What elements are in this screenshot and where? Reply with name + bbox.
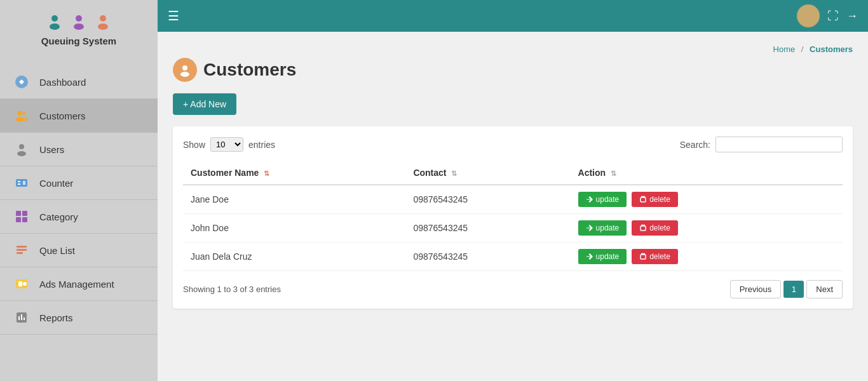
logout-icon[interactable]: →: [846, 10, 858, 23]
page-title: Customers: [203, 60, 296, 80]
update-button-2[interactable]: update: [578, 249, 627, 264]
breadcrumb-current: Customers: [810, 44, 853, 54]
svg-point-2: [76, 15, 82, 22]
svg-point-31: [805, 10, 811, 17]
entries-select[interactable]: 10 25 50 100: [210, 137, 243, 152]
svg-rect-25: [18, 281, 22, 286]
table-card: Show 10 25 50 100 entries Search:: [173, 126, 853, 309]
sidebar-item-counter-label: Counter: [39, 178, 73, 189]
sidebar-item-users[interactable]: Users: [0, 133, 158, 166]
sidebar-item-customers[interactable]: Customers: [0, 99, 158, 133]
pagination-buttons: Previous 1 Next: [730, 280, 843, 298]
svg-rect-22: [17, 249, 27, 251]
sidebar-item-category[interactable]: Category: [0, 200, 158, 234]
update-icon: [586, 224, 593, 232]
sidebar: Queuing System Dashboard Customers Users…: [0, 0, 158, 381]
page-1-button[interactable]: 1: [783, 281, 804, 298]
sort-action-icon[interactable]: ⇅: [611, 170, 616, 177]
svg-rect-18: [22, 211, 27, 216]
delete-button-0[interactable]: delete: [632, 192, 678, 207]
sidebar-brand: Queuing System: [41, 36, 116, 46]
svg-rect-30: [24, 318, 25, 320]
topbar-left: ☰: [168, 8, 179, 23]
cell-action-2: update delete: [571, 243, 843, 271]
breadcrumb: Home / Customers: [173, 44, 853, 54]
svg-rect-39: [641, 226, 646, 231]
svg-rect-21: [17, 246, 27, 248]
avatar-icon: [799, 7, 817, 25]
update-button-1[interactable]: update: [578, 220, 627, 236]
sidebar-item-ads-label: Ads Management: [39, 279, 114, 290]
show-label: Show: [183, 140, 205, 150]
page-content: Home / Customers Customers + Add New Sho…: [158, 32, 868, 381]
hamburger-icon[interactable]: ☰: [168, 8, 179, 23]
breadcrumb-separator: /: [801, 44, 804, 54]
sidebar-item-dashboard[interactable]: Dashboard: [0, 65, 158, 99]
sort-contact-icon[interactable]: ⇅: [451, 170, 457, 177]
sidebar-item-reports[interactable]: Reports: [0, 301, 158, 335]
column-customer-name-label: Customer Name: [191, 168, 259, 178]
add-new-button[interactable]: + Add New: [173, 93, 236, 115]
next-button[interactable]: Next: [806, 280, 843, 298]
sidebar-item-customers-label: Customers: [39, 110, 86, 121]
cell-name-1: John Doe: [183, 214, 405, 243]
svg-point-26: [23, 282, 27, 286]
que-list-icon: [13, 241, 31, 259]
sort-customer-name-icon[interactable]: ⇅: [264, 170, 269, 177]
search-input[interactable]: [715, 137, 843, 152]
svg-rect-15: [18, 184, 20, 185]
svg-point-3: [74, 23, 84, 30]
pagination-area: Showing 1 to 3 of 3 entries Previous 1 N…: [183, 280, 843, 298]
breadcrumb-home-link[interactable]: Home: [773, 44, 796, 54]
delete-icon: [639, 253, 647, 260]
avatar[interactable]: [797, 4, 820, 27]
users-icon: [13, 140, 31, 158]
svg-point-34: [180, 72, 189, 77]
sidebar-item-ads-management[interactable]: Ads Management: [0, 267, 158, 301]
svg-point-33: [182, 65, 187, 70]
svg-rect-19: [16, 217, 21, 222]
customers-table: Customer Name ⇅ Contact ⇅ Action ⇅: [183, 161, 843, 271]
svg-rect-35: [641, 197, 646, 202]
svg-rect-43: [641, 255, 646, 259]
svg-point-4: [100, 15, 106, 22]
dashboard-icon: [13, 73, 31, 91]
showing-text: Showing 1 to 3 of 3 entries: [183, 284, 281, 294]
sidebar-item-users-label: Users: [39, 144, 64, 155]
svg-rect-28: [18, 316, 20, 320]
svg-rect-29: [21, 314, 22, 320]
column-action: Action ⇅: [571, 161, 843, 185]
logo-person-1-icon: [48, 13, 67, 32]
sidebar-item-reports-label: Reports: [39, 312, 73, 323]
svg-point-7: [18, 111, 22, 116]
show-entries-control: Show 10 25 50 100 entries: [183, 137, 275, 152]
sidebar-item-counter[interactable]: Counter: [0, 166, 158, 200]
cell-name-2: Juan Dela Cruz: [183, 243, 405, 271]
svg-point-32: [803, 18, 814, 24]
delete-button-1[interactable]: delete: [632, 220, 678, 236]
svg-rect-16: [23, 181, 25, 185]
logo-icons: [48, 13, 110, 32]
table-row: John Doe 09876543245 update delete: [183, 214, 843, 243]
column-action-label: Action: [578, 168, 606, 178]
svg-rect-17: [16, 211, 21, 216]
cell-action-1: update delete: [571, 214, 843, 243]
update-button-0[interactable]: update: [578, 192, 627, 207]
svg-point-11: [19, 144, 24, 149]
search-area: Search:: [680, 137, 843, 152]
table-controls: Show 10 25 50 100 entries Search:: [183, 137, 843, 152]
main-content: ☰ ⛶ → Home / Customers: [158, 0, 868, 381]
expand-icon[interactable]: ⛶: [827, 10, 839, 23]
table-body: Jane Doe 09876543245 update delete John …: [183, 185, 843, 271]
svg-point-10: [22, 117, 28, 121]
previous-button[interactable]: Previous: [730, 280, 782, 298]
table-row: Juan Dela Cruz 09876543245 update delete: [183, 243, 843, 271]
page-header: Customers: [173, 58, 853, 82]
svg-rect-20: [22, 217, 27, 222]
page-header-icon: [173, 58, 197, 82]
delete-button-2[interactable]: delete: [632, 249, 678, 264]
entries-label: entries: [248, 140, 275, 150]
svg-rect-13: [16, 179, 27, 187]
sidebar-item-que-list[interactable]: Que List: [0, 234, 158, 267]
ads-icon: [13, 275, 31, 293]
